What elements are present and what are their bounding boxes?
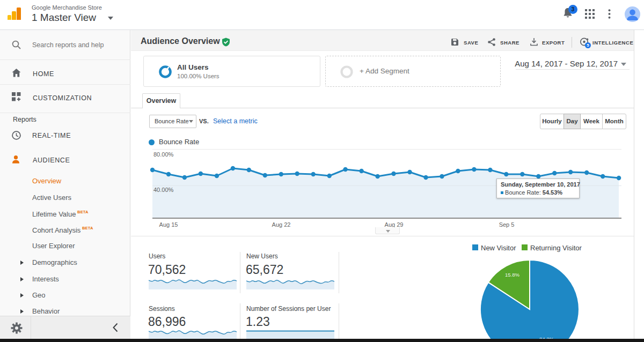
svg-text:15.8%: 15.8% [505,272,519,278]
